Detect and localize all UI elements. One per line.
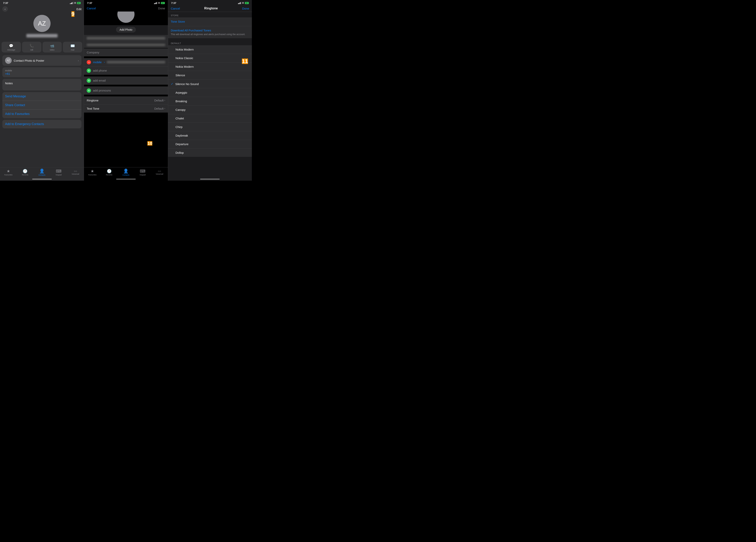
default-section-header: DEFAULT bbox=[168, 41, 252, 45]
signal-bars-2 bbox=[154, 2, 157, 4]
contact-detail-panel: 7:37 ⌘ 93+ ‹ 9 Edit AZ 💬 message bbox=[0, 0, 84, 181]
add-email-row[interactable]: + add email bbox=[84, 77, 168, 85]
signal-bar bbox=[71, 3, 71, 4]
phone-number-blurred[interactable] bbox=[107, 61, 165, 63]
ringtone-panel: 7:37 ⌘ 93+ Cancel Ringtone Done STORE To… bbox=[168, 0, 252, 181]
tab-bar-1: ★ Favourites 🕐 Recents 👤 Contacts ⌨ Keyp… bbox=[0, 167, 84, 178]
keypad-icon-2: ⌨ bbox=[140, 169, 145, 174]
ringtone-list-item[interactable]: Breaking bbox=[168, 97, 252, 106]
voicemail-label: Voicemail bbox=[72, 173, 79, 175]
ringtone-list-item[interactable]: Departure bbox=[168, 140, 252, 149]
status-bar-1: 7:37 ⌘ 93+ bbox=[0, 0, 84, 5]
add-to-favourites-button[interactable]: Add to Favourites bbox=[2, 110, 81, 118]
notification-badge-11: 11 bbox=[242, 59, 248, 64]
mail-button[interactable]: ✉️ mail bbox=[63, 42, 82, 53]
tab-voicemail-2[interactable]: ○○ Voicemail bbox=[155, 170, 164, 175]
ringtone-list-item[interactable]: Chalet bbox=[168, 114, 252, 123]
recents-icon: 🕐 bbox=[23, 169, 28, 174]
mobile-section: mobile +61 bbox=[2, 67, 81, 77]
favourites-icon-2: ★ bbox=[91, 169, 94, 174]
ringtone-list-item[interactable]: Nokia Modern bbox=[168, 62, 252, 71]
done-button-3[interactable]: Done bbox=[242, 7, 249, 10]
add-email-button[interactable]: + bbox=[87, 78, 91, 83]
add-emergency-button[interactable]: Add to Emergency Contacts bbox=[2, 120, 81, 128]
voicemail-label-2: Voicemail bbox=[156, 173, 163, 175]
wifi-icon-3: ⌘ bbox=[242, 2, 244, 4]
ringtone-list-item[interactable]: Silence bbox=[168, 71, 252, 80]
contact-edit-panel: 7:37 ⌘ 93+ Cancel Done Add Photo Company bbox=[84, 0, 168, 181]
remove-phone-button[interactable]: − bbox=[87, 60, 91, 64]
ringtone-name: Nokia Modern bbox=[176, 65, 194, 68]
notes-section: Notes bbox=[2, 79, 81, 91]
tab-keypad-2[interactable]: ⌨ Keypad bbox=[138, 169, 148, 176]
keypad-label: Keypad bbox=[56, 174, 62, 176]
message-button[interactable]: 💬 message bbox=[2, 42, 21, 53]
signal-bar bbox=[73, 2, 73, 4]
add-phone-row[interactable]: + add phone bbox=[84, 67, 168, 75]
ringtone-list-item[interactable]: Dollop bbox=[168, 149, 252, 157]
ringtone-list-item[interactable]: Daybreak bbox=[168, 131, 252, 140]
tab-recents-2[interactable]: 🕐 Recents bbox=[104, 169, 114, 176]
company-field[interactable]: Company bbox=[84, 48, 168, 56]
mail-label: mail bbox=[71, 49, 74, 51]
texttone-row[interactable]: Text Tone Default › bbox=[84, 105, 168, 113]
add-photo-button[interactable]: Add Photo bbox=[116, 27, 136, 33]
share-contact-button[interactable]: Share Contact bbox=[2, 101, 81, 110]
contact-photo-poster-row[interactable]: AZ Contact Photo & Poster › bbox=[2, 55, 81, 66]
ringtone-list-item[interactable]: Nokia Modern bbox=[168, 45, 252, 54]
status-icons-3: ⌘ 93+ bbox=[238, 2, 249, 4]
mobile-item[interactable]: mobile +61 bbox=[2, 67, 81, 77]
home-indicator-2 bbox=[116, 179, 136, 180]
notes-label: Notes bbox=[5, 82, 79, 85]
add-pronouns-label: add pronouns bbox=[93, 89, 111, 92]
add-phone-button[interactable]: + bbox=[87, 69, 91, 73]
download-all-row[interactable]: Download All Purchased Tones This will d… bbox=[168, 26, 252, 38]
ringtone-list-item[interactable]: Canopy bbox=[168, 106, 252, 114]
ringtone-name: Dollop bbox=[176, 151, 184, 154]
add-pronouns-button[interactable]: + bbox=[87, 88, 91, 93]
recents-label: Recents bbox=[22, 174, 28, 176]
send-message-button[interactable]: Send Message bbox=[2, 92, 81, 101]
ringtone-list-item[interactable]: Chirp bbox=[168, 123, 252, 131]
first-name-blurred[interactable] bbox=[87, 37, 165, 40]
tab-voicemail[interactable]: ○○ Voicemail bbox=[70, 170, 80, 175]
cancel-button-2[interactable]: Cancel bbox=[87, 7, 96, 10]
ringtone-row[interactable]: Ringtone Default › bbox=[84, 96, 168, 105]
back-button[interactable]: ‹ bbox=[2, 6, 8, 12]
blue-actions-section: Send Message Share Contact Add to Favour… bbox=[2, 92, 81, 118]
favourites-label: Favourites bbox=[4, 174, 12, 176]
ringtone-name: Nokia Modern bbox=[176, 48, 194, 51]
add-phone-label: add phone bbox=[93, 69, 107, 72]
ringtone-list-item[interactable]: Nokia Classic bbox=[168, 54, 252, 62]
tab-contacts-2[interactable]: 👤 Contacts bbox=[121, 169, 131, 176]
tone-store-row[interactable]: Tone Store bbox=[168, 17, 252, 26]
texttone-value: Default bbox=[154, 107, 164, 110]
texttone-chevron: › bbox=[164, 107, 165, 110]
time-1: 7:37 bbox=[3, 2, 8, 4]
chevron-right-icon: › bbox=[78, 59, 79, 62]
battery-badge: 93+ bbox=[77, 2, 81, 4]
done-button-2[interactable]: Done bbox=[158, 7, 165, 10]
video-button[interactable]: 📹 video bbox=[43, 42, 62, 53]
tab-contacts[interactable]: 👤 Contacts bbox=[37, 169, 47, 176]
last-name-blurred[interactable] bbox=[87, 44, 165, 46]
tab-recents[interactable]: 🕐 Recents bbox=[20, 169, 30, 176]
signal-bar bbox=[156, 2, 156, 4]
edit-avatar-section: Add Photo bbox=[84, 12, 168, 35]
tab-favourites-2[interactable]: ★ Favourites bbox=[87, 169, 97, 176]
ringtone-name: Departure bbox=[176, 143, 189, 146]
ringtone-list-item[interactable]: ✓Silence No Sound bbox=[168, 80, 252, 88]
add-pronouns-row[interactable]: + add pronouns bbox=[84, 86, 168, 95]
tab-keypad[interactable]: ⌨ Keypad bbox=[54, 169, 64, 176]
phone-row: − mobile › bbox=[84, 58, 168, 67]
download-all-label: Download All Purchased Tones bbox=[171, 29, 211, 32]
tab-bar-2: ★ Favourites 🕐 Recents 👤 Contacts ⌨ Keyp… bbox=[84, 167, 168, 178]
call-button[interactable]: 📞 call bbox=[22, 42, 41, 53]
edit-button[interactable]: Edit bbox=[76, 7, 81, 11]
ringtone-list-item[interactable]: Arpeggio bbox=[168, 88, 252, 97]
tone-store-label: Tone Store bbox=[171, 20, 185, 23]
tab-favourites[interactable]: ★ Favourites bbox=[4, 169, 13, 176]
status-bar-2: 7:37 ⌘ 93+ bbox=[84, 0, 168, 5]
cancel-button-3[interactable]: Cancel bbox=[171, 7, 180, 10]
keypad-icon: ⌨ bbox=[56, 169, 62, 174]
